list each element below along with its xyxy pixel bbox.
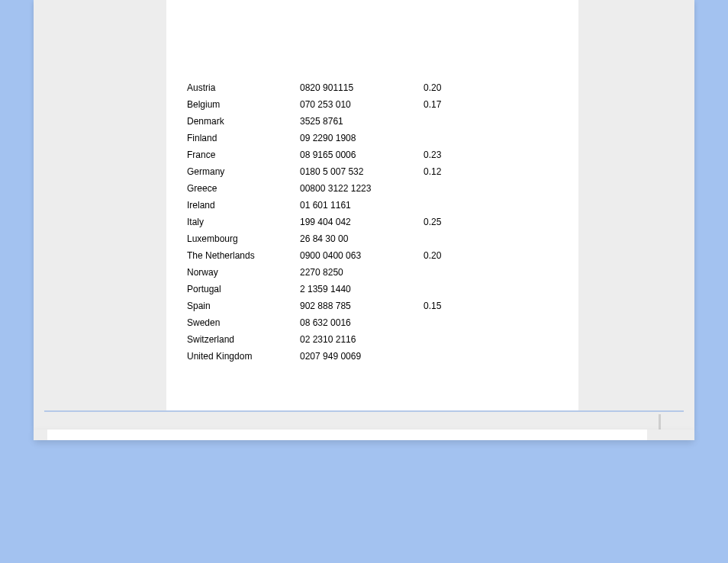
table-row: Finland09 2290 1908 bbox=[187, 130, 578, 146]
binding-notch-left bbox=[34, 429, 47, 440]
rate-cell: 0.17 bbox=[424, 99, 469, 110]
horizontal-divider bbox=[44, 410, 684, 412]
country-cell: Spain bbox=[187, 301, 300, 311]
phone-cell: 02 2310 2116 bbox=[300, 334, 424, 345]
country-cell: Germany bbox=[187, 166, 300, 177]
country-cell: United Kingdom bbox=[187, 351, 300, 362]
phone-cell: 199 404 042 bbox=[300, 217, 424, 227]
phone-rate-table: Austria0820 9011150.20Belgium070 253 010… bbox=[166, 0, 578, 365]
rate-cell: 0.15 bbox=[424, 301, 469, 311]
binding-notch-right bbox=[647, 429, 694, 440]
table-row: France08 9165 00060.23 bbox=[187, 146, 578, 163]
phone-cell: 0820 901115 bbox=[300, 82, 424, 93]
page-bottom-edge bbox=[34, 429, 694, 440]
document-page: Austria0820 9011150.20Belgium070 253 010… bbox=[34, 0, 694, 429]
phone-cell: 0207 949 0069 bbox=[300, 351, 424, 362]
phone-cell: 01 601 1161 bbox=[300, 200, 424, 211]
page-edge-shadow bbox=[659, 414, 661, 429]
table-row: Belgium070 253 0100.17 bbox=[187, 96, 578, 113]
phone-cell: 09 2290 1908 bbox=[300, 133, 424, 143]
table-row: The Netherlands0900 0400 0630.20 bbox=[187, 247, 578, 264]
background-left bbox=[0, 0, 34, 563]
table-row: Austria0820 9011150.20 bbox=[187, 79, 578, 96]
country-cell: The Netherlands bbox=[187, 250, 300, 261]
phone-cell: 0180 5 007 532 bbox=[300, 166, 424, 177]
table-row: Spain902 888 7850.15 bbox=[187, 298, 578, 314]
country-cell: Ireland bbox=[187, 200, 300, 211]
background-bottom bbox=[0, 429, 728, 563]
country-cell: Greece bbox=[187, 183, 300, 194]
table-row: Portugal2 1359 1440 bbox=[187, 281, 578, 298]
phone-cell: 0900 0400 063 bbox=[300, 250, 424, 261]
country-cell: Switzerland bbox=[187, 334, 300, 345]
phone-cell: 00800 3122 1223 bbox=[300, 183, 424, 194]
rate-cell: 0.23 bbox=[424, 150, 469, 160]
phone-cell: 070 253 010 bbox=[300, 99, 424, 110]
table-row: Sweden08 632 0016 bbox=[187, 314, 578, 331]
table-row: Luxembourg26 84 30 00 bbox=[187, 230, 578, 247]
country-cell: Italy bbox=[187, 217, 300, 227]
country-cell: Luxembourg bbox=[187, 233, 300, 244]
country-cell: Norway bbox=[187, 267, 300, 278]
country-cell: Denmark bbox=[187, 116, 300, 127]
table-row: United Kingdom0207 949 0069 bbox=[187, 348, 578, 365]
rate-cell: 0.20 bbox=[424, 250, 469, 261]
country-cell: Finland bbox=[187, 133, 300, 143]
table-row: Greece00800 3122 1223 bbox=[187, 180, 578, 197]
table-row: Switzerland02 2310 2116 bbox=[187, 331, 578, 348]
table-row: Denmark3525 8761 bbox=[187, 113, 578, 130]
table-row: Italy199 404 0420.25 bbox=[187, 214, 578, 230]
background-right bbox=[694, 0, 728, 563]
rate-cell: 0.20 bbox=[424, 82, 469, 93]
phone-cell: 08 9165 0006 bbox=[300, 150, 424, 160]
table-row: Germany0180 5 007 5320.12 bbox=[187, 163, 578, 180]
country-cell: Austria bbox=[187, 82, 300, 93]
country-cell: Sweden bbox=[187, 317, 300, 328]
table-row: Ireland01 601 1161 bbox=[187, 197, 578, 214]
phone-cell: 26 84 30 00 bbox=[300, 233, 424, 244]
phone-cell: 08 632 0016 bbox=[300, 317, 424, 328]
country-cell: Portugal bbox=[187, 284, 300, 294]
phone-cell: 3525 8761 bbox=[300, 116, 424, 127]
document-content-area: Austria0820 9011150.20Belgium070 253 010… bbox=[166, 0, 578, 412]
phone-cell: 902 888 785 bbox=[300, 301, 424, 311]
phone-cell: 2 1359 1440 bbox=[300, 284, 424, 294]
rate-cell: 0.12 bbox=[424, 166, 469, 177]
table-row: Norway2270 8250 bbox=[187, 264, 578, 281]
phone-cell: 2270 8250 bbox=[300, 267, 424, 278]
country-cell: France bbox=[187, 150, 300, 160]
country-cell: Belgium bbox=[187, 99, 300, 110]
rate-cell: 0.25 bbox=[424, 217, 469, 227]
